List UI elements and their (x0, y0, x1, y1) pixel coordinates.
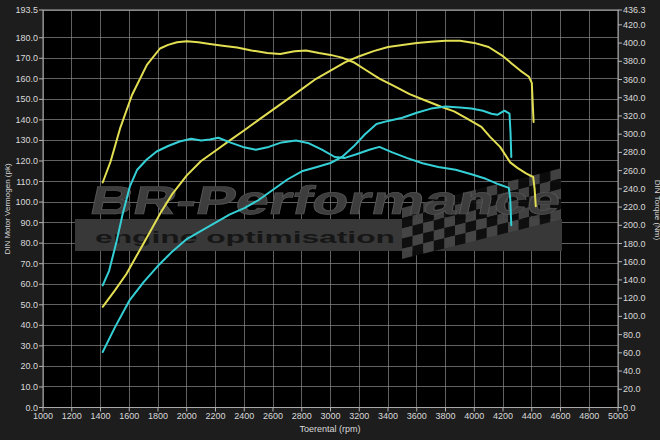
left-tick-label: 110.0 (16, 177, 38, 187)
right-tick-label: 80.0 (623, 330, 641, 340)
left-tick-label: 150.0 (15, 94, 38, 104)
right-tick-label: 436.3 (623, 5, 646, 15)
right-tick-label: 40.0 (623, 366, 641, 376)
x-tick-label: 4400 (522, 411, 542, 421)
right-tick-label: 260.0 (623, 166, 646, 176)
left-tick-label: 170.0 (15, 53, 38, 63)
right-tick-label: 380.0 (623, 56, 646, 66)
left-tick-label: 160.0 (15, 74, 38, 84)
right-tick-label: 320.0 (623, 111, 646, 121)
right-tick-label: 160.0 (623, 257, 646, 267)
right-tick-label: 60.0 (623, 348, 641, 358)
left-tick-label: 100.0 (15, 197, 38, 207)
x-tick-label: 3800 (435, 411, 455, 421)
x-tick-label: 2400 (234, 411, 254, 421)
x-tick-label: 3000 (320, 411, 340, 421)
x-tick-label: 1400 (90, 411, 110, 421)
x-tick-label: 1000 (33, 411, 53, 421)
dyno-chart-canvas: BR-Performance engine optimisation 10001… (0, 0, 660, 440)
x-tick-label: 2600 (263, 411, 283, 421)
left-tick-label: 30.0 (20, 341, 38, 351)
right-tick-label: 180.0 (623, 239, 646, 249)
x-tick-label: 2800 (292, 411, 312, 421)
left-tick-label: 140.0 (15, 115, 38, 125)
watermark-tagline: engine optimisation (95, 229, 395, 246)
right-tick-label: 360.0 (623, 75, 646, 85)
left-tick-label: 130.0 (15, 135, 38, 145)
x-tick-label: 4000 (464, 411, 484, 421)
x-tick-label: 2000 (177, 411, 197, 421)
left-tick-label: 20.0 (20, 361, 38, 371)
right-tick-label: 0.0 (623, 403, 636, 413)
left-tick-label: 90.0 (20, 218, 38, 228)
left-tick-label: 180.0 (15, 33, 38, 43)
left-tick-label: 0.0 (25, 403, 38, 413)
x-axis-tick-labels: 1000120014001600180020002200240026002800… (33, 411, 628, 421)
left-axis-title: DIN Motor Vermogen (pk) (3, 163, 12, 254)
left-tick-label: 80.0 (20, 238, 38, 248)
left-tick-label: 193.5 (15, 5, 38, 15)
x-tick-label: 5000 (608, 411, 628, 421)
right-tick-label: 300.0 (623, 129, 646, 139)
left-tick-label: 50.0 (20, 300, 38, 310)
x-tick-label: 4800 (579, 411, 599, 421)
right-tick-label: 140.0 (623, 275, 646, 285)
x-tick-label: 2200 (205, 411, 225, 421)
right-axis-tick-labels: 0.020.040.060.080.0100.0120.0140.0160.01… (623, 5, 646, 413)
right-tick-label: 400.0 (623, 38, 646, 48)
x-tick-label: 1200 (62, 411, 82, 421)
x-tick-label: 1600 (119, 411, 139, 421)
right-tick-label: 120.0 (623, 293, 646, 303)
x-axis-title: Toerental (rpm) (299, 424, 360, 434)
right-tick-label: 20.0 (623, 384, 641, 394)
x-tick-label: 4200 (493, 411, 513, 421)
dyno-chart: BR-Performance engine optimisation 10001… (0, 0, 660, 440)
x-tick-label: 4600 (550, 411, 570, 421)
x-tick-label: 3600 (407, 411, 427, 421)
x-tick-label: 3200 (349, 411, 369, 421)
right-tick-label: 280.0 (623, 147, 646, 157)
left-tick-label: 70.0 (20, 259, 38, 269)
left-tick-label: 10.0 (20, 382, 38, 392)
right-tick-label: 220.0 (623, 202, 646, 212)
x-tick-label: 1800 (148, 411, 168, 421)
left-tick-label: 40.0 (20, 320, 38, 330)
right-axis-title: DIN Torque (Nm) (653, 180, 660, 241)
right-tick-label: 340.0 (623, 93, 646, 103)
x-tick-label: 3400 (378, 411, 398, 421)
left-tick-label: 120.0 (15, 156, 38, 166)
right-tick-label: 100.0 (623, 311, 646, 321)
right-tick-label: 420.0 (623, 20, 646, 30)
left-tick-label: 60.0 (20, 279, 38, 289)
right-tick-label: 240.0 (623, 184, 646, 194)
right-tick-label: 200.0 (623, 220, 646, 230)
left-axis-tick-labels: 0.010.020.030.040.050.060.070.080.090.01… (15, 5, 38, 413)
